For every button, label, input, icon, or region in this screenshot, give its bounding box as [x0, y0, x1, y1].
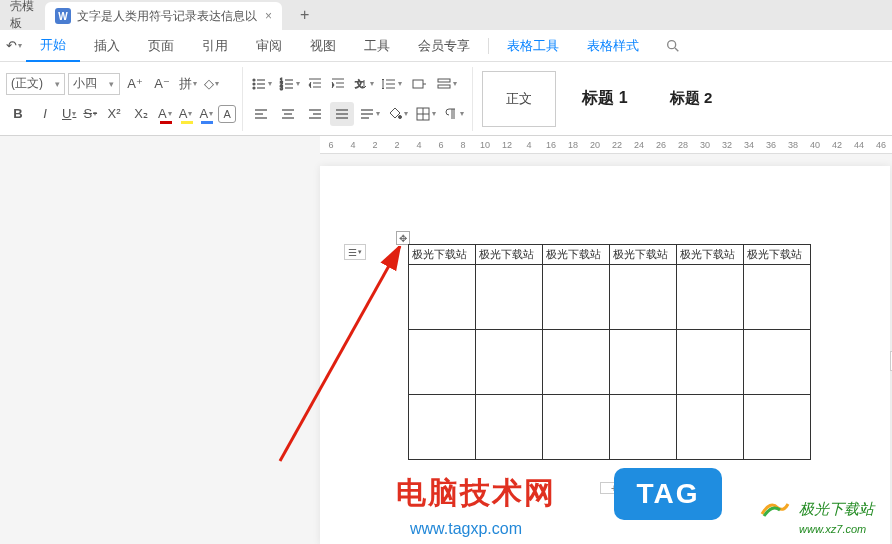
bold-button[interactable]: B — [6, 102, 30, 126]
underline-button[interactable]: U▾ — [60, 102, 78, 126]
menu-table-tools[interactable]: 表格工具 — [493, 37, 573, 55]
table-row[interactable]: 极光下载站 极光下载站 极光下载站 极光下载站 极光下载站 极光下载站 — [409, 245, 811, 265]
table-row[interactable] — [409, 330, 811, 395]
clear-format-button[interactable]: ◇▾ — [202, 72, 221, 96]
italic-button[interactable]: I — [33, 102, 57, 126]
outline-button[interactable]: ▾ — [434, 72, 459, 96]
table-cell[interactable]: 极光下载站 — [409, 245, 476, 265]
undo-button[interactable]: ↶▾ — [2, 34, 26, 58]
table-cell[interactable]: 极光下载站 — [543, 245, 610, 265]
watermark-url: www.tagxp.com — [410, 520, 522, 538]
horizontal-ruler[interactable]: 6422468101241618202224262830323436384042… — [320, 136, 892, 154]
paragraph-handle[interactable]: ☰▾ — [344, 244, 366, 260]
tab-bar: 壳模板 W 文字是人类用符号记录表达信息以 × + — [0, 0, 892, 30]
style-heading1[interactable]: 标题 1 — [568, 71, 642, 127]
border-button[interactable]: ▾ — [413, 102, 438, 126]
svg-rect-27 — [438, 85, 450, 88]
tab-add-button[interactable]: + — [300, 6, 309, 24]
svg-rect-26 — [438, 79, 450, 82]
tab-document[interactable]: W 文字是人类用符号记录表达信息以 × — [45, 2, 282, 30]
toolbar: (正文)▾ 小四▾ A⁺ A⁻ 拼▾ ◇▾ B I U▾ S▾ X² X₂ A▾… — [0, 62, 892, 136]
svg-point-0 — [668, 40, 676, 48]
table-cell[interactable]: 极光下载站 — [744, 245, 811, 265]
menu-page[interactable]: 页面 — [134, 37, 188, 55]
paragraph-section: ▾ 123▾ 文▾ ▾ ▾ ▾ ▾ ▾ ▾ — [243, 67, 473, 131]
number-list-button[interactable]: 123▾ — [277, 72, 302, 96]
menu-separator — [488, 38, 489, 54]
align-left-button[interactable] — [249, 102, 273, 126]
tab-doc-title: 文字是人类用符号记录表达信息以 — [77, 8, 257, 25]
table-row[interactable] — [409, 265, 811, 330]
subscript-button[interactable]: X₂ — [129, 102, 153, 126]
font-shrink-button[interactable]: A⁻ — [150, 72, 174, 96]
styles-section: 正文 标题 1 标题 2 — [473, 67, 737, 131]
svg-point-43 — [399, 115, 402, 118]
line-spacing-button[interactable]: ▾ — [379, 72, 404, 96]
table-move-handle[interactable]: ✥ — [396, 231, 410, 245]
align-center-button[interactable] — [276, 102, 300, 126]
menu-start[interactable]: 开始 — [26, 36, 80, 62]
char-shading-button[interactable]: A▾ — [197, 102, 215, 126]
style-heading2[interactable]: 标题 2 — [654, 71, 728, 127]
indent-decrease-button[interactable] — [305, 72, 325, 96]
tag-badge: TAG — [614, 468, 722, 520]
style-body[interactable]: 正文 — [482, 71, 556, 127]
table-cell[interactable]: 极光下载站 — [610, 245, 677, 265]
highlight-button[interactable]: A▾ — [177, 102, 195, 126]
strike-button[interactable]: S▾ — [81, 102, 99, 126]
tab-template[interactable]: 壳模板 — [0, 1, 45, 29]
menu-bar: ↶▾ 开始 插入 页面 引用 审阅 视图 工具 会员专享 表格工具 表格样式 — [0, 30, 892, 62]
word-icon: W — [55, 8, 71, 24]
menu-table-style[interactable]: 表格样式 — [573, 37, 653, 55]
table-cell[interactable]: 极光下载站 — [677, 245, 744, 265]
menu-member[interactable]: 会员专享 — [404, 37, 484, 55]
menu-tools[interactable]: 工具 — [350, 37, 404, 55]
search-icon[interactable] — [661, 34, 685, 58]
paragraph-settings-button[interactable]: ▾ — [441, 102, 466, 126]
font-section: (正文)▾ 小四▾ A⁺ A⁻ 拼▾ ◇▾ B I U▾ S▾ X² X₂ A▾… — [0, 67, 243, 131]
menu-insert[interactable]: 插入 — [80, 37, 134, 55]
tab-stops-button[interactable] — [407, 72, 431, 96]
aurora-logo-icon — [760, 498, 790, 518]
svg-text:3: 3 — [280, 85, 283, 91]
document-area: 6422468101241618202224262830323436384042… — [0, 136, 892, 544]
table-cell[interactable]: 极光下载站 — [476, 245, 543, 265]
font-name-select[interactable]: (正文)▾ — [6, 73, 65, 95]
text-direction-button[interactable]: 文▾ — [351, 72, 376, 96]
svg-line-1 — [675, 48, 678, 51]
font-size-select[interactable]: 小四▾ — [68, 73, 120, 95]
svg-point-4 — [253, 83, 255, 85]
tab-close-button[interactable]: × — [265, 9, 272, 23]
shading-button[interactable]: ▾ — [385, 102, 410, 126]
font-color-button[interactable]: A▾ — [156, 102, 174, 126]
tab-template-label: 壳模板 — [10, 0, 35, 32]
bullet-list-button[interactable]: ▾ — [249, 72, 274, 96]
menu-view[interactable]: 视图 — [296, 37, 350, 55]
char-border-button[interactable]: A — [218, 105, 236, 123]
align-right-button[interactable] — [303, 102, 327, 126]
watermark-aurora: 极光下载站 www.xz7.com — [799, 500, 874, 536]
watermark-site-name: 电脑技术网 — [396, 473, 556, 514]
superscript-button[interactable]: X² — [102, 102, 126, 126]
align-distribute-button[interactable]: ▾ — [357, 102, 382, 126]
phonetic-button[interactable]: 拼▾ — [177, 72, 199, 96]
align-justify-button[interactable] — [330, 102, 354, 126]
svg-point-6 — [253, 87, 255, 89]
menu-reference[interactable]: 引用 — [188, 37, 242, 55]
indent-increase-button[interactable] — [328, 72, 348, 96]
svg-rect-24 — [413, 80, 423, 88]
table-row[interactable] — [409, 395, 811, 460]
menu-review[interactable]: 审阅 — [242, 37, 296, 55]
document-table[interactable]: 极光下载站 极光下载站 极光下载站 极光下载站 极光下载站 极光下载站 — [408, 244, 811, 460]
svg-point-2 — [253, 79, 255, 81]
svg-text:文: 文 — [355, 79, 364, 89]
font-grow-button[interactable]: A⁺ — [123, 72, 147, 96]
